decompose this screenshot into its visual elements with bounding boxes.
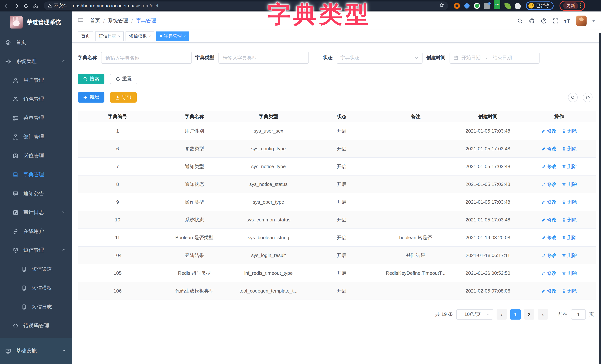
sidebar-item-departments[interactable]: 部门管理 — [0, 127, 72, 146]
browser-menu-icon[interactable] — [580, 3, 581, 8]
reset-button[interactable]: 重置 — [110, 74, 137, 84]
export-button[interactable]: 导出 — [110, 92, 137, 102]
edit-link[interactable]: 修改 — [541, 128, 557, 134]
sidebar-item-sms[interactable]: 短信管理 — [0, 241, 72, 260]
delete-link[interactable]: 删除 — [562, 163, 577, 170]
delete-link[interactable]: 删除 — [562, 145, 577, 152]
edit-link[interactable]: 修改 — [541, 145, 557, 152]
github-icon[interactable] — [529, 18, 535, 24]
breadcrumb-system[interactable]: 系统管理 — [108, 17, 128, 24]
page-button-1[interactable]: 1 — [510, 309, 521, 320]
edit-link[interactable]: 修改 — [541, 163, 557, 170]
sidebar-item-system[interactable]: 系统管理 — [0, 52, 72, 71]
edit-link[interactable]: 修改 — [541, 270, 557, 276]
avatar-caret-icon[interactable] — [592, 20, 595, 22]
security-chip[interactable]: 不安全 — [47, 3, 67, 9]
status-select[interactable]: 字典状态 — [337, 52, 422, 64]
page-size-select[interactable]: 10条/页 — [456, 309, 493, 320]
cell-type-link[interactable]: sys_notice_status — [231, 175, 305, 193]
extension-icon[interactable] — [454, 3, 460, 9]
bookmark-star-icon[interactable] — [439, 2, 444, 9]
sidebar-item-sms-log[interactable]: 短信日志 — [0, 297, 72, 316]
edit-link[interactable]: 修改 — [541, 252, 557, 259]
sidebar-item-audit-log[interactable]: 审计日志 — [0, 203, 72, 222]
extension-icon[interactable] — [474, 3, 480, 9]
browser-home-button[interactable] — [32, 2, 39, 10]
cell-type-link[interactable]: sys_login_result — [231, 246, 305, 264]
page-button-2[interactable]: 2 — [524, 309, 534, 320]
app-logo[interactable]: 芋道管理系统 — [0, 11, 72, 33]
breadcrumb-current[interactable]: 字典管理 — [136, 17, 156, 24]
sidebar-item-sms-channel[interactable]: 短信渠道 — [0, 260, 72, 278]
refresh-table-button[interactable] — [583, 92, 592, 102]
cell-type-link[interactable]: sys_common_status — [231, 211, 305, 229]
cell-type-link[interactable]: sys_notice_type — [231, 158, 305, 175]
delete-link[interactable]: 删除 — [562, 199, 577, 205]
search-icon[interactable] — [517, 18, 523, 24]
cell-type-link[interactable]: sys_user_sex — [231, 122, 305, 140]
delete-link[interactable]: 删除 — [562, 128, 577, 134]
help-icon[interactable] — [541, 18, 547, 24]
delete-link[interactable]: 删除 — [562, 234, 577, 241]
close-icon[interactable]: × — [118, 34, 120, 38]
tab-sms-template[interactable]: 短信模板 × — [126, 31, 154, 41]
date-range-picker[interactable]: 开始日期 - 结束日期 — [450, 52, 540, 64]
tab-dict-active[interactable]: 字典管理 × — [156, 31, 190, 41]
cell-type-link[interactable]: sys_config_type — [231, 140, 305, 158]
sidebar-item-users[interactable]: 用户管理 — [0, 71, 72, 90]
collapse-sidebar-button[interactable] — [77, 17, 84, 25]
breadcrumb-home[interactable]: 首页 — [90, 17, 100, 24]
sidebar-item-posts[interactable]: 岗位管理 — [0, 146, 72, 165]
sidebar-item-sms-template[interactable]: 短信模板 — [0, 278, 72, 297]
extension-icon[interactable] — [484, 3, 490, 9]
goto-page-input[interactable] — [571, 309, 586, 320]
edit-link[interactable]: 修改 — [541, 288, 557, 294]
edit-link[interactable]: 修改 — [541, 181, 557, 188]
sidebar-item-roles[interactable]: 角色管理 — [0, 90, 72, 109]
edit-link[interactable]: 修改 — [541, 234, 557, 241]
browser-reload-button[interactable] — [22, 2, 30, 10]
extension-icon[interactable]: on — [494, 3, 501, 9]
close-icon[interactable]: × — [184, 34, 186, 38]
browser-back-button[interactable] — [3, 2, 10, 10]
text-size-icon[interactable]: TT — [564, 18, 571, 24]
address-bar[interactable]: 不安全 dashboard.yudao.iocoder.cn/system/di… — [44, 1, 448, 10]
dict-type-input[interactable] — [219, 52, 309, 64]
dict-name-input[interactable] — [101, 52, 192, 64]
cell-type-link[interactable]: tool_codegen_template_t... — [231, 282, 305, 300]
delete-link[interactable]: 删除 — [562, 288, 577, 294]
show-search-toggle-button[interactable] — [568, 92, 578, 102]
extension-icon[interactable] — [504, 2, 511, 9]
sidebar-item-error-codes[interactable]: 错误码管理 — [0, 316, 72, 335]
sidebar-item-home[interactable]: 首页 — [0, 33, 72, 52]
tab-home[interactable]: 首页 — [78, 31, 93, 41]
delete-link[interactable]: 删除 — [562, 181, 577, 188]
extensions-puzzle-icon[interactable] — [515, 3, 521, 9]
paused-badge[interactable]: 已暂停 — [526, 1, 554, 10]
sidebar-item-menus[interactable]: 菜单管理 — [0, 109, 72, 127]
edit-link[interactable]: 修改 — [541, 216, 557, 223]
delete-link[interactable]: 删除 — [562, 270, 577, 276]
next-page-button[interactable]: › — [538, 309, 548, 320]
delete-link[interactable]: 删除 — [562, 252, 577, 259]
window-scrollbar-strip[interactable] — [599, 33, 601, 364]
fullscreen-icon[interactable] — [552, 18, 559, 24]
tab-sms-log[interactable]: 短信日志 × — [95, 31, 124, 41]
chrome-update-button[interactable]: 更新 — [563, 2, 578, 9]
cell-type-link[interactable]: sys_oper_type — [231, 193, 305, 211]
extension-icon[interactable] — [464, 3, 470, 9]
browser-forward-button[interactable] — [13, 2, 20, 10]
add-button[interactable]: 新增 — [78, 92, 104, 102]
sidebar-item-notices[interactable]: 通知公告 — [0, 184, 72, 203]
sidebar-item-online-users[interactable]: 在线用户 — [0, 222, 72, 241]
edit-link[interactable]: 修改 — [541, 199, 557, 205]
prev-page-button[interactable]: ‹ — [497, 309, 507, 320]
sidebar-item-infrastructure[interactable]: 基础设施 — [0, 338, 72, 364]
user-avatar[interactable] — [576, 16, 587, 26]
close-icon[interactable]: × — [149, 34, 151, 38]
sidebar-item-dict[interactable]: 字典管理 — [0, 165, 72, 184]
delete-link[interactable]: 删除 — [562, 216, 577, 223]
cell-type-link[interactable]: sys_boolean_string — [231, 229, 305, 246]
cell-type-link[interactable]: inf_redis_timeout_type — [231, 264, 305, 282]
search-button[interactable]: 搜索 — [78, 74, 104, 84]
